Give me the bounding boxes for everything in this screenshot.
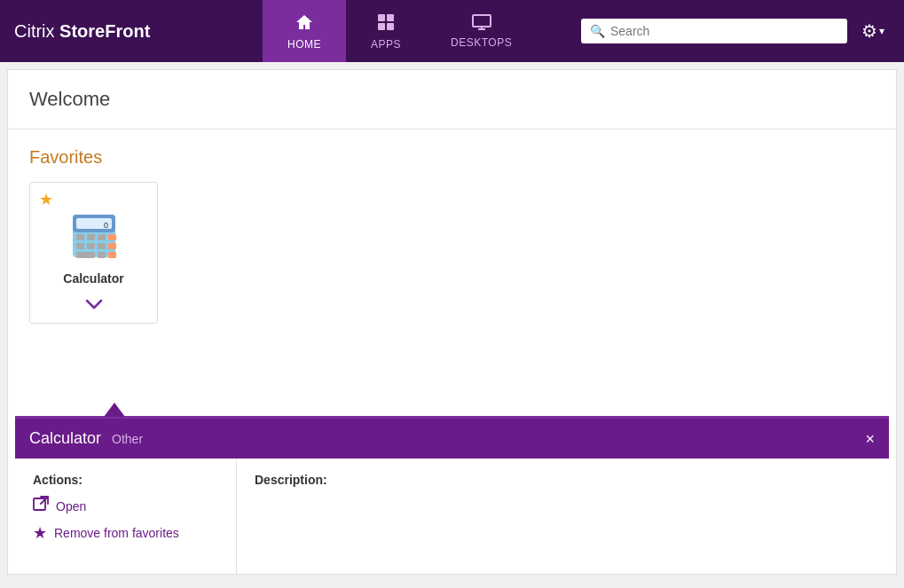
tab-desktops[interactable]: DESKTOPS [426, 0, 537, 62]
svg-rect-3 [387, 23, 394, 30]
svg-rect-12 [87, 234, 95, 240]
gear-icon: ⚙ [861, 20, 877, 42]
svg-rect-0 [378, 14, 385, 21]
search-input[interactable] [610, 24, 838, 38]
svg-rect-14 [108, 234, 116, 240]
logo: Citrix StoreFront [14, 21, 263, 42]
tab-apps-label: APPS [371, 38, 401, 51]
tab-apps[interactable]: APPS [346, 0, 426, 62]
tab-desktops-label: DESKTOPS [451, 36, 512, 49]
popup-body: Actions: Open ★ Remove from favorites [15, 459, 889, 574]
action-remove-favorites-label: Remove from favorites [54, 526, 179, 540]
favorites-section: Favorites ★ 0 [8, 129, 896, 341]
welcome-title: Welcome [29, 88, 875, 111]
svg-rect-1 [387, 14, 394, 21]
svg-rect-16 [87, 243, 95, 249]
action-open-label: Open [56, 499, 86, 514]
tab-home[interactable]: HOME [263, 0, 346, 62]
logo-storefront: StoreFront [59, 21, 150, 42]
svg-rect-15 [76, 243, 84, 249]
settings-chevron-icon: ▾ [879, 25, 884, 37]
apps-icon [376, 12, 396, 35]
svg-rect-13 [98, 234, 106, 240]
action-remove-favorites[interactable]: ★ Remove from favorites [33, 523, 218, 543]
settings-button[interactable]: ⚙ ▾ [856, 15, 890, 47]
app-name: Calculator [63, 271, 123, 286]
popup-category: Other [112, 432, 143, 446]
search-icon: 🔍 [590, 24, 605, 38]
actions-label: Actions: [33, 473, 218, 487]
popup-actions: Actions: Open ★ Remove from favorites [15, 459, 237, 574]
app-card-calculator[interactable]: ★ 0 [29, 182, 158, 324]
svg-rect-19 [76, 252, 95, 258]
svg-rect-21 [108, 252, 116, 258]
svg-rect-4 [473, 15, 491, 27]
calculator-icon: 0 [69, 211, 119, 261]
open-icon [33, 496, 49, 516]
search-box: 🔍 [581, 19, 847, 43]
main-content: Welcome Favorites ★ 0 [7, 69, 897, 575]
welcome-bar: Welcome [8, 70, 896, 129]
header: Citrix StoreFront HOME APPS [0, 0, 904, 62]
svg-text:0: 0 [103, 221, 107, 230]
home-icon [295, 12, 314, 35]
svg-rect-20 [98, 252, 106, 258]
logo-citrix: Citrix [14, 21, 55, 42]
favorites-title: Favorites [29, 147, 875, 168]
svg-rect-17 [98, 243, 106, 249]
search-area: 🔍 [581, 19, 847, 43]
popup-panel: Calculator Other × Actions: Open [15, 416, 889, 574]
app-icon-area: 0 [69, 211, 119, 264]
popup-header: Calculator Other × [15, 419, 889, 459]
svg-rect-2 [378, 23, 385, 30]
popup-description: Description: [237, 459, 889, 574]
desktops-icon [472, 14, 491, 33]
svg-rect-18 [108, 243, 116, 249]
description-label: Description: [255, 473, 871, 487]
tab-home-label: HOME [287, 38, 321, 51]
popup-title: Calculator [29, 429, 101, 448]
favorite-star-icon: ★ [39, 190, 53, 209]
svg-rect-11 [76, 234, 84, 240]
nav-tabs: HOME APPS DESKTOPS [263, 0, 581, 62]
popup-close-button[interactable]: × [865, 431, 875, 447]
star-filled-icon: ★ [33, 523, 47, 543]
app-details-button[interactable] [85, 296, 103, 312]
popup-pointer [104, 403, 125, 417]
action-open[interactable]: Open [33, 496, 218, 516]
